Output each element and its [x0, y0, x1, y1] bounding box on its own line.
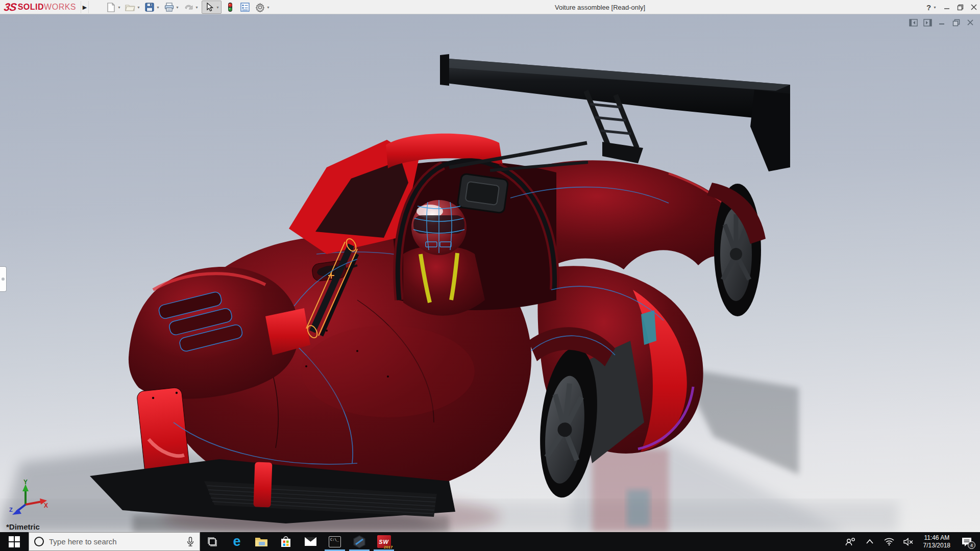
select-cursor-icon	[203, 1, 215, 13]
sw-year-label: 2017	[384, 545, 393, 549]
file-explorer-icon	[255, 536, 268, 547]
brand-solid-text: SOLID	[18, 3, 44, 12]
taskbar-search[interactable]	[29, 532, 200, 551]
command-prompt-icon: C:\_	[329, 536, 341, 547]
solidworks-2017-icon: SW 2017	[377, 535, 391, 548]
flyout-dot-icon	[2, 278, 5, 281]
dropdown-caret-icon[interactable]: ▼	[156, 6, 160, 9]
search-input[interactable]	[49, 537, 181, 546]
hexagon-cad-app-button[interactable]	[347, 532, 372, 551]
windows-logo-icon	[9, 536, 20, 547]
options-button[interactable]: ▼	[254, 1, 271, 13]
document-window-controls	[909, 18, 975, 27]
dropdown-caret-icon[interactable]: ▼	[195, 6, 199, 9]
axis-x-label: X	[44, 502, 48, 509]
solidworks-2017-button[interactable]: SW 2017	[372, 532, 396, 551]
edge-button[interactable]: e	[225, 532, 249, 551]
nose-red-tab[interactable]	[253, 462, 272, 507]
file-explorer-button[interactable]	[249, 532, 274, 551]
pane-right-button[interactable]	[923, 18, 932, 27]
ds-logo-icon: 3S	[3, 1, 17, 13]
people-icon[interactable]	[843, 532, 858, 551]
3d-model-render[interactable]	[0, 14, 980, 532]
window-controls: ? ▼	[926, 0, 977, 14]
undo-button[interactable]: ▼	[182, 1, 199, 13]
dropdown-caret-icon[interactable]: ▼	[117, 6, 121, 9]
axis-z-label: Z	[9, 507, 13, 513]
edge-icon: e	[233, 535, 240, 548]
restore-button[interactable]	[957, 4, 964, 11]
mail-button[interactable]	[298, 532, 323, 551]
clock-date: 7/13/2018	[923, 542, 950, 549]
print-button[interactable]: ▼	[163, 1, 180, 13]
select-tool-pressed: ▼	[202, 1, 222, 14]
new-document-button[interactable]: ▼	[105, 1, 121, 13]
doc-minimize-button[interactable]	[937, 18, 946, 27]
brand-works-text: WORKS	[44, 3, 76, 12]
command-prompt-button[interactable]: C:\_	[323, 532, 347, 551]
windows-taskbar: e C:\_	[0, 532, 980, 551]
taskbar-clock[interactable]: 11:46 AM 7/13/2018	[920, 534, 953, 549]
window-title: Voiture assomblee [Read-only]	[555, 0, 645, 14]
wifi-icon[interactable]	[881, 532, 897, 551]
title-bar: 3S SOLIDWORKS ▶ ▼ ▼ ▼ ▼ ▼	[0, 0, 980, 14]
system-tray: 11:46 AM 7/13/2018 4	[843, 532, 980, 551]
select-tool-button[interactable]: ▼	[202, 1, 222, 14]
clock-time: 11:46 AM	[923, 534, 950, 542]
feature-tree-flyout-tab[interactable]	[0, 266, 7, 292]
undo-arrow-icon	[182, 1, 194, 13]
file-properties-button[interactable]	[239, 1, 251, 13]
orientation-triad: Y X Z	[8, 478, 49, 518]
solidworks-logo: 3S SOLIDWORKS	[4, 1, 76, 14]
hexagon-app-icon	[353, 535, 366, 548]
wing-endplate[interactable]	[750, 90, 790, 171]
options-gear-icon	[254, 1, 266, 13]
dropdown-caret-icon[interactable]: ▼	[266, 6, 271, 9]
doc-restore-button[interactable]	[951, 18, 961, 27]
mail-icon	[304, 537, 317, 546]
minimize-button[interactable]	[944, 4, 950, 10]
save-floppy-icon	[143, 1, 156, 13]
open-folder-icon	[124, 1, 136, 13]
graphics-viewport[interactable]: Y X Z *Dimetric	[0, 14, 980, 532]
store-button[interactable]	[274, 532, 298, 551]
close-button[interactable]	[971, 4, 977, 10]
tray-chevron-up-icon[interactable]	[862, 532, 877, 551]
task-view-icon	[207, 536, 218, 547]
new-document-icon	[105, 1, 117, 13]
rebuild-button[interactable]	[224, 1, 236, 13]
quick-access-toolbar: ▼ ▼ ▼ ▼ ▼ ▼	[105, 0, 273, 14]
store-icon	[280, 536, 291, 548]
save-button[interactable]: ▼	[143, 1, 160, 13]
menu-flyout-arrow-icon[interactable]: ▶	[81, 1, 89, 13]
cortana-icon[interactable]	[34, 537, 44, 546]
notification-badge: 4	[968, 541, 975, 549]
driver-torso	[403, 246, 485, 316]
start-button[interactable]	[0, 532, 29, 551]
view-orientation-label: *Dimetric	[6, 522, 40, 531]
pane-left-button[interactable]	[909, 18, 918, 27]
action-center-button[interactable]: 4	[958, 532, 976, 551]
dropdown-caret-icon[interactable]: ▼	[216, 6, 220, 9]
open-button[interactable]: ▼	[124, 1, 141, 13]
dropdown-caret-icon[interactable]: ▼	[176, 6, 180, 9]
help-button[interactable]: ?	[926, 3, 931, 12]
file-properties-list-icon	[239, 1, 251, 13]
volume-muted-icon[interactable]	[901, 532, 916, 551]
help-caret-icon[interactable]: ▼	[933, 6, 937, 9]
dropdown-caret-icon[interactable]: ▼	[137, 6, 141, 9]
task-view-button[interactable]	[200, 532, 225, 551]
doc-close-button[interactable]	[966, 18, 975, 27]
air-intake-box[interactable]	[457, 173, 508, 213]
print-icon	[163, 1, 175, 13]
rebuild-traffic-light-icon	[224, 1, 236, 13]
microphone-icon[interactable]	[186, 537, 194, 547]
